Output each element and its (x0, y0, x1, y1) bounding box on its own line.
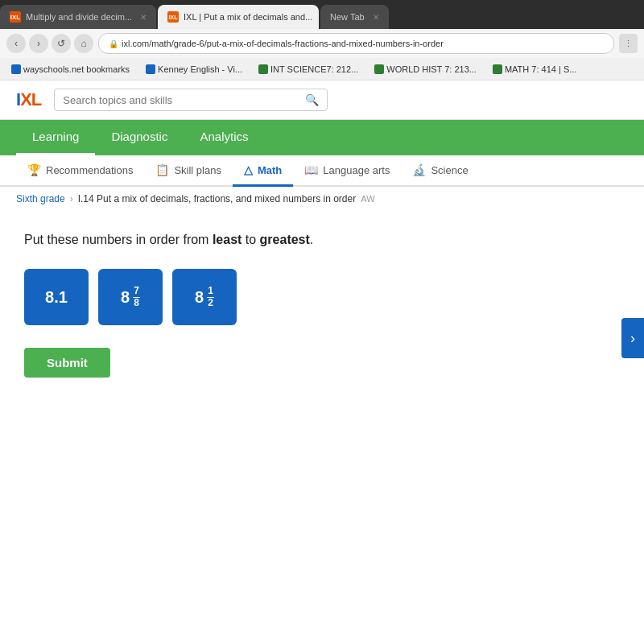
logo-xl: XL (20, 89, 41, 109)
nav-analytics-label: Analytics (200, 130, 248, 143)
ixl-content: Put these numbers in order from least to… (0, 211, 644, 644)
breadcrumb-separator: › (70, 193, 73, 204)
forward-button[interactable]: › (29, 34, 48, 53)
subnav-science-label: Science (431, 164, 468, 176)
bookmark-2[interactable]: Kenney English - Vi... (141, 63, 247, 76)
submit-label: Submit (47, 356, 88, 369)
nav-diagnostic-label: Diagnostic (111, 130, 167, 143)
tab-bar: IXL Multiply and divide decim... ✕ IXL I… (0, 0, 644, 29)
bookmark-4[interactable]: WORLD HIST 7: 213... (369, 63, 481, 76)
tile3-denominator: 2 (207, 298, 214, 308)
bookmark5-label: MATH 7: 414 | S... (505, 64, 576, 74)
address-input[interactable]: 🔒 ixl.com/math/grade-6/put-a-mix-of-deci… (98, 33, 614, 54)
subnav-recommendations[interactable]: 🏆 Recommendations (16, 155, 144, 187)
breadcrumb-code: AW (361, 194, 374, 204)
ixl-logo[interactable]: IXL (16, 89, 41, 110)
extensions-button[interactable]: ⋮ (619, 34, 638, 53)
bookmark3-favicon (258, 64, 268, 74)
languagearts-icon: 📖 (304, 163, 318, 176)
subnav-science[interactable]: 🔬 Science (401, 155, 479, 187)
subnav-math-label: Math (258, 164, 282, 176)
nav-analytics[interactable]: Analytics (184, 120, 264, 155)
tab1-label: Multiply and divide decim... (26, 12, 132, 22)
subnav-math[interactable]: △ Math (233, 155, 293, 187)
subnav-languagearts[interactable]: 📖 Language arts (293, 155, 401, 187)
recommendations-icon: 🏆 (27, 163, 41, 176)
bookmarks-bar: wayschools.net bookmarks Kenney English … (0, 58, 644, 80)
question-least: least (213, 233, 242, 246)
address-bar-row: ‹ › ↺ ⌂ 🔒 ixl.com/math/grade-6/put-a-mix… (0, 29, 644, 58)
tab1-favicon: IXL (10, 11, 21, 23)
bookmark4-label: WORLD HIST 7: 213... (386, 64, 477, 74)
bookmark-5[interactable]: MATH 7: 414 | S... (488, 63, 581, 76)
question-middle: to (242, 233, 259, 246)
tile3-fraction: 1 2 (207, 286, 214, 308)
tile2-numerator: 7 (133, 286, 140, 297)
tile3-numerator: 1 (207, 286, 214, 297)
tab-3[interactable]: New Tab ✕ (320, 5, 389, 29)
tab3-label: New Tab (330, 12, 365, 22)
subnav-skillplans[interactable]: 📋 Skill plans (144, 155, 233, 187)
bookmark-3[interactable]: INT SCIENCE7: 212... (254, 63, 363, 76)
tile3-whole: 8 (195, 288, 204, 307)
right-arrow-button[interactable]: › (621, 318, 644, 358)
bookmark2-favicon (146, 64, 155, 74)
tab1-close[interactable]: ✕ (140, 13, 147, 22)
nav-diagnostic[interactable]: Diagnostic (95, 120, 184, 155)
lock-icon: 🔒 (109, 39, 118, 48)
breadcrumb-grade[interactable]: Sixth grade (16, 193, 65, 204)
back-button[interactable]: ‹ (6, 34, 26, 53)
breadcrumb: Sixth grade › I.14 Put a mix of decimals… (0, 187, 644, 211)
question-text: Put these numbers in order from least to… (24, 230, 620, 250)
bookmark4-favicon (374, 64, 384, 74)
search-input[interactable] (63, 94, 299, 106)
tab2-label: IXL | Put a mix of decimals and... (184, 12, 312, 22)
question-prefix: Put these numbers in order from (24, 233, 213, 246)
breadcrumb-topic: I.14 Put a mix of decimals, fractions, a… (78, 193, 357, 204)
address-text: ixl.com/math/grade-6/put-a-mix-of-decima… (122, 39, 444, 48)
search-icon: 🔍 (305, 93, 319, 106)
subnav-languagearts-label: Language arts (323, 164, 390, 176)
tile3-content: 8 1 2 (195, 286, 214, 308)
nav-learning[interactable]: Learning (16, 120, 95, 155)
nav-buttons: ‹ › ↺ ⌂ (6, 34, 93, 53)
submit-button[interactable]: Submit (24, 348, 110, 378)
ixl-header: IXL 🔍 (0, 80, 644, 120)
ixl-subnav: 🏆 Recommendations 📋 Skill plans △ Math 📖… (0, 155, 644, 187)
tile-3[interactable]: 8 1 2 (172, 269, 237, 325)
bookmark1-label: wayschools.net bookmarks (23, 64, 130, 74)
browser-frame: IXL Multiply and divide decim... ✕ IXL I… (0, 0, 644, 80)
home-button[interactable]: ⌂ (74, 34, 93, 53)
bookmark3-label: INT SCIENCE7: 212... (270, 64, 358, 74)
skillplans-icon: 📋 (155, 163, 169, 176)
number-tiles: 8.1 8 7 8 8 1 2 (24, 269, 620, 325)
science-icon: 🔬 (412, 163, 426, 176)
tile-1[interactable]: 8.1 (24, 269, 89, 325)
tile-2[interactable]: 8 7 8 (98, 269, 163, 325)
bookmark5-favicon (493, 64, 502, 74)
tile2-content: 8 7 8 (121, 286, 140, 308)
tab2-favicon: IXL (167, 11, 179, 23)
tab3-close[interactable]: ✕ (373, 13, 379, 22)
tab-1[interactable]: IXL Multiply and divide decim... ✕ (0, 5, 156, 29)
math-icon: △ (244, 163, 253, 176)
bookmark-1[interactable]: wayschools.net bookmarks (6, 63, 134, 76)
bookmark1-favicon (11, 64, 21, 74)
nav-learning-label: Learning (32, 130, 79, 143)
ixl-app: IXL 🔍 Learning Diagnostic Analytics 🏆 Re… (0, 80, 644, 644)
ixl-search-box[interactable]: 🔍 (54, 89, 328, 111)
tile2-whole: 8 (121, 288, 130, 307)
tile2-fraction: 7 8 (133, 286, 140, 308)
reload-button[interactable]: ↺ (52, 34, 71, 53)
ixl-nav: Learning Diagnostic Analytics (0, 120, 644, 155)
tile1-value: 8.1 (45, 288, 68, 307)
tab-2[interactable]: IXL IXL | Put a mix of decimals and... ✕ (158, 5, 319, 29)
subnav-recommendations-label: Recommendations (46, 164, 133, 176)
question-greatest: greatest (260, 233, 310, 246)
bookmark2-label: Kenney English - Vi... (158, 64, 242, 74)
question-suffix: . (310, 233, 313, 246)
subnav-skillplans-label: Skill plans (174, 164, 221, 176)
tile2-denominator: 8 (133, 298, 140, 308)
